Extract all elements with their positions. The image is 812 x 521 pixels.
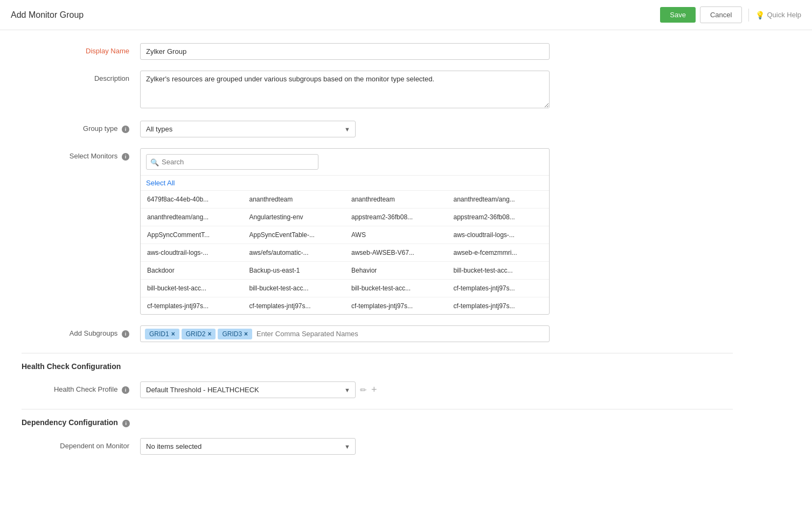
form-content: Display Name Description Zylker's resour… bbox=[0, 30, 754, 478]
monitor-search-area: 🔍 bbox=[141, 149, 549, 176]
health-check-profile-label: Health Check Profile i bbox=[22, 381, 140, 394]
list-item[interactable]: awseb-e-fcemzmmri... bbox=[447, 244, 550, 262]
list-item[interactable]: Backup-us-east-1 bbox=[243, 262, 345, 280]
top-bar-actions: Save Cancel 💡 Quick Help bbox=[660, 6, 801, 23]
display-name-label: Display Name bbox=[22, 43, 140, 55]
health-profile-row: Default Threshold - HEALTHCHECK ▼ ✏ + bbox=[140, 381, 550, 398]
description-control: Zylker's resources are grouped under var… bbox=[140, 71, 550, 110]
dependent-monitor-select-wrapper: No items selected ▼ bbox=[140, 438, 356, 455]
tag-remove-grid3[interactable]: × bbox=[244, 330, 248, 338]
monitor-picker: 🔍 Select All 6479f8ac-44eb-40b... ananth… bbox=[140, 148, 550, 315]
list-item[interactable]: AppSyncEventTable-... bbox=[243, 226, 345, 244]
list-item[interactable]: aws/efs/automatic-... bbox=[243, 244, 345, 262]
description-row: Description Zylker's resources are group… bbox=[22, 71, 733, 110]
tag-label: GRID2 bbox=[186, 330, 206, 338]
list-item[interactable]: 6479f8ac-44eb-40b... bbox=[141, 191, 243, 209]
list-item[interactable]: aws-cloudtrail-logs-... bbox=[447, 226, 550, 244]
add-subgroups-label: Add Subgroups i bbox=[22, 325, 140, 338]
group-type-select[interactable]: All types AWS Azure GCP bbox=[140, 121, 356, 137]
tag-remove-grid1[interactable]: × bbox=[171, 330, 175, 338]
dependent-monitor-label: Dependent on Monitor bbox=[22, 438, 140, 450]
list-item[interactable]: awseb-AWSEB-V67... bbox=[345, 244, 447, 262]
quick-help-button[interactable]: 💡 Quick Help bbox=[755, 11, 801, 19]
list-item[interactable]: appstream2-36fb08... bbox=[345, 209, 447, 226]
list-item[interactable]: ananthredteam bbox=[243, 191, 345, 209]
group-type-select-wrapper: All types AWS Azure GCP ▼ bbox=[140, 121, 356, 137]
list-item[interactable]: bill-bucket-test-acc... bbox=[447, 262, 550, 280]
list-item[interactable]: cf-templates-jntj97s... bbox=[141, 297, 243, 314]
display-name-input[interactable] bbox=[140, 43, 550, 60]
health-check-info-icon: i bbox=[122, 386, 129, 394]
dependent-monitor-select[interactable]: No items selected bbox=[140, 438, 356, 455]
display-name-control bbox=[140, 43, 550, 60]
monitor-search-input[interactable] bbox=[146, 154, 318, 170]
health-check-profile-row: Health Check Profile i Default Threshold… bbox=[22, 381, 733, 398]
group-type-control: All types AWS Azure GCP ▼ bbox=[140, 121, 550, 137]
description-input[interactable]: Zylker's resources are grouped under var… bbox=[140, 71, 550, 108]
list-item[interactable]: appstream2-36fb08... bbox=[447, 209, 550, 226]
dependent-monitor-control: No items selected ▼ bbox=[140, 438, 550, 455]
dependent-monitor-row: Dependent on Monitor No items selected ▼ bbox=[22, 438, 733, 455]
search-icon: 🔍 bbox=[150, 158, 159, 166]
list-item[interactable]: AppSyncCommentT... bbox=[141, 226, 243, 244]
edit-icon[interactable]: ✏ bbox=[360, 385, 367, 395]
subgroups-input[interactable] bbox=[254, 328, 545, 339]
dependency-section-header: Dependency Configuration i bbox=[22, 409, 733, 434]
monitor-list: 6479f8ac-44eb-40b... ananthredteam anant… bbox=[141, 190, 549, 314]
list-item[interactable]: AWS bbox=[345, 226, 447, 244]
list-item[interactable]: ananthredteam/ang... bbox=[141, 209, 243, 226]
group-type-info-icon: i bbox=[122, 126, 129, 133]
select-all-link[interactable]: Select All bbox=[141, 176, 549, 190]
subgroups-input-wrapper: GRID1 × GRID2 × GRID3 × bbox=[140, 325, 550, 342]
select-monitors-control: 🔍 Select All 6479f8ac-44eb-40b... ananth… bbox=[140, 148, 550, 315]
list-item[interactable]: ananthredteam/ang... bbox=[447, 191, 550, 209]
list-item[interactable]: cf-templates-jntj97s... bbox=[345, 297, 447, 314]
save-button[interactable]: Save bbox=[660, 7, 696, 23]
cancel-button[interactable]: Cancel bbox=[700, 6, 742, 23]
list-item[interactable]: bill-bucket-test-acc... bbox=[243, 280, 345, 297]
list-item[interactable]: ananthredteam bbox=[345, 191, 447, 209]
list-item[interactable]: Behavior bbox=[345, 262, 447, 280]
description-label: Description bbox=[22, 71, 140, 82]
subgroup-tag-grid2: GRID2 × bbox=[182, 329, 216, 339]
group-type-label: Group type i bbox=[22, 121, 140, 133]
page-title: Add Monitor Group bbox=[11, 10, 84, 20]
dependency-info-icon: i bbox=[122, 420, 130, 427]
tag-label: GRID1 bbox=[149, 330, 169, 338]
select-monitors-info-icon: i bbox=[122, 153, 129, 161]
list-item[interactable]: aws-cloudtrail-logs-... bbox=[141, 244, 243, 262]
list-item[interactable]: Backdoor bbox=[141, 262, 243, 280]
list-item[interactable]: cf-templates-jntj97s... bbox=[447, 280, 550, 297]
subgroup-tag-grid3: GRID3 × bbox=[218, 329, 252, 339]
add-icon[interactable]: + bbox=[371, 384, 377, 395]
tag-label: GRID3 bbox=[222, 330, 242, 338]
add-subgroups-row: Add Subgroups i GRID1 × GRID2 × GRID3 × bbox=[22, 325, 733, 342]
add-subgroups-control: GRID1 × GRID2 × GRID3 × bbox=[140, 325, 550, 342]
subgroups-info-icon: i bbox=[122, 330, 129, 338]
list-item[interactable]: cf-templates-jntj97s... bbox=[243, 297, 345, 314]
bulb-icon: 💡 bbox=[755, 11, 765, 19]
list-item[interactable]: cf-templates-jntj97s... bbox=[447, 297, 550, 314]
health-check-section-header: Health Check Configuration bbox=[22, 353, 733, 377]
search-input-wrapper: 🔍 bbox=[146, 154, 318, 170]
list-item[interactable]: bill-bucket-test-acc... bbox=[345, 280, 447, 297]
health-check-select-wrapper: Default Threshold - HEALTHCHECK ▼ bbox=[140, 381, 356, 398]
list-item[interactable]: Angulartesting-env bbox=[243, 209, 345, 226]
tag-remove-grid2[interactable]: × bbox=[207, 330, 211, 338]
select-monitors-label: Select Monitors i bbox=[22, 148, 140, 161]
top-bar: Add Monitor Group Save Cancel 💡 Quick He… bbox=[0, 0, 812, 30]
select-monitors-row: Select Monitors i 🔍 Select All 6479f8ac-… bbox=[22, 148, 733, 315]
group-type-row: Group type i All types AWS Azure GCP ▼ bbox=[22, 121, 733, 137]
health-check-profile-control: Default Threshold - HEALTHCHECK ▼ ✏ + bbox=[140, 381, 550, 398]
health-check-select[interactable]: Default Threshold - HEALTHCHECK bbox=[140, 381, 356, 398]
subgroup-tag-grid1: GRID1 × bbox=[145, 329, 179, 339]
list-item[interactable]: bill-bucket-test-acc... bbox=[141, 280, 243, 297]
display-name-row: Display Name bbox=[22, 43, 733, 60]
